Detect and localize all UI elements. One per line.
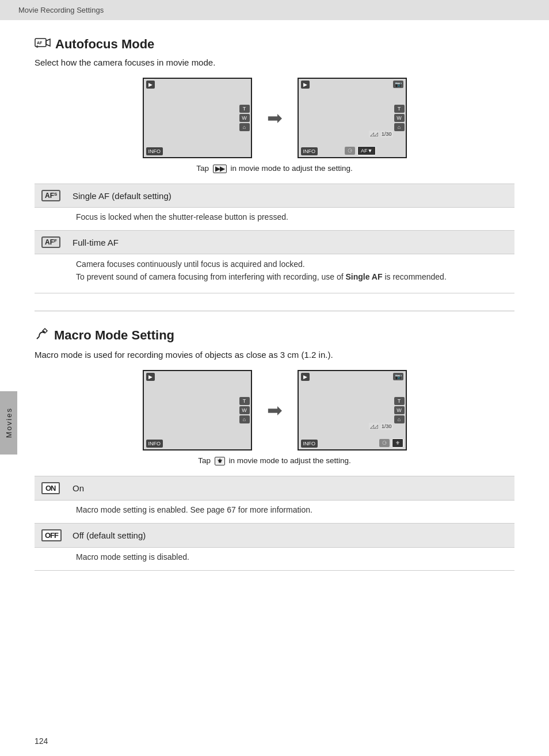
cam-macro-top-icon: 📷 bbox=[393, 373, 403, 380]
autofocus-section: AF S Autofocus Mode Select how the camer… bbox=[35, 36, 514, 293]
macro-subtitle: Macro mode is used for recording movies … bbox=[35, 350, 514, 360]
cam-right-bar-4: T W ⌂ bbox=[394, 397, 405, 423]
autofocus-svg-icon: AF S bbox=[35, 36, 51, 49]
macro-icon bbox=[35, 327, 49, 344]
side-tab: Movies bbox=[0, 391, 17, 455]
svg-text:AF: AF bbox=[37, 41, 43, 45]
cam-t-btn-2: T bbox=[394, 105, 405, 113]
fulltime-af-icon-cell: AFF bbox=[35, 231, 69, 254]
cam-home-btn-2: ⌂ bbox=[394, 123, 405, 131]
macro-on-header-row: ON On bbox=[35, 476, 514, 500]
macro-off-label: Off (default setting) bbox=[69, 523, 514, 547]
macro-screen-after: ▶ 📷 ◿◿ 1/30 T W ⌂ INFO ⚆ ⚜ bbox=[298, 370, 407, 450]
macro-off-header-row: OFF Off (default setting) bbox=[35, 523, 514, 547]
cam-macro-icon-bottom: ⚆ bbox=[379, 439, 390, 447]
cam-center-info: ◿◿ 1/30 bbox=[369, 131, 393, 138]
cam-w-btn-2: W bbox=[394, 114, 405, 122]
autofocus-title: AF S Autofocus Mode bbox=[35, 36, 514, 52]
cam-info-btn-4: INFO bbox=[301, 440, 318, 448]
macro-caption: Tap ⚜ in movie mode to adjust the settin… bbox=[35, 456, 514, 465]
macro-screen-before: ▶ T W ⌂ INFO bbox=[143, 370, 252, 450]
cam-play-icon: ▶ bbox=[146, 81, 155, 89]
single-af-desc-row: Focus is locked when the shutter-release… bbox=[35, 208, 514, 231]
cam-time-2: 1/30 bbox=[380, 423, 393, 430]
macro-title-text: Macro Mode Setting bbox=[54, 328, 174, 343]
single-af-icon-cell: AFS bbox=[35, 184, 69, 208]
autofocus-subtitle: Select how the camera focuses in movie m… bbox=[35, 58, 514, 67]
cam-play-icon-2: ▶ bbox=[301, 81, 310, 89]
cam-t-btn-4: T bbox=[394, 397, 405, 405]
single-af-label: Single AF (default setting) bbox=[69, 184, 514, 208]
cam-mode-selected: AF▼ bbox=[357, 146, 376, 155]
autofocus-title-text: Autofocus Mode bbox=[55, 37, 154, 52]
macro-title: Macro Mode Setting bbox=[35, 327, 514, 344]
macro-off-icon: OFF bbox=[41, 529, 62, 541]
cam-right-bar-1: T W ⌂ bbox=[239, 105, 250, 131]
macro-on-desc-row: Macro mode setting is enabled. See page … bbox=[35, 500, 514, 523]
af-tap-icon: ▶▶ bbox=[213, 165, 227, 173]
cam-info-btn-3: INFO bbox=[146, 440, 163, 448]
fulltime-af-label: Full-time AF bbox=[69, 231, 514, 254]
cam-bottom-icons-2: ⚆ ⚜ bbox=[379, 438, 403, 448]
macro-off-description: Macro mode setting is disabled. bbox=[35, 547, 514, 570]
svg-marker-1 bbox=[46, 39, 50, 46]
cam-time: 1/30 bbox=[380, 131, 393, 138]
section-separator bbox=[35, 311, 514, 311]
cam-play-icon-4: ▶ bbox=[301, 373, 310, 381]
cam-macro-mode-selected: ⚜ bbox=[392, 438, 403, 448]
cam-w-btn-3: W bbox=[239, 406, 250, 414]
cam-aperture: ◿◿ bbox=[369, 131, 379, 138]
cam-right-bar-2: T W ⌂ bbox=[394, 105, 405, 131]
cam-center-info-2: ◿◿ 1/30 bbox=[369, 423, 393, 430]
page-header: Movie Recording Settings bbox=[0, 0, 549, 20]
macro-diagram: ▶ T W ⌂ INFO ➡ ▶ 📷 ◿◿ bbox=[35, 370, 514, 450]
single-af-header-row: AFS Single AF (default setting) bbox=[35, 184, 514, 208]
macro-on-icon: ON bbox=[41, 482, 60, 494]
cam-w-btn: W bbox=[239, 114, 250, 122]
cam-w-btn-4: W bbox=[394, 406, 405, 414]
autofocus-caption: Tap ▶▶ in movie mode to adjust the setti… bbox=[35, 164, 514, 173]
macro-settings-table: ON On Macro mode setting is enabled. See… bbox=[35, 476, 514, 571]
page-header-title: Movie Recording Settings bbox=[18, 6, 104, 14]
macro-tap-icon: ⚜ bbox=[215, 457, 225, 465]
macro-on-label: On bbox=[69, 476, 514, 500]
autofocus-settings-table: AFS Single AF (default setting) Focus is… bbox=[35, 184, 514, 293]
cam-right-bar-3: T W ⌂ bbox=[239, 397, 250, 423]
macro-off-icon-cell: OFF bbox=[35, 523, 69, 547]
cam-t-btn: T bbox=[239, 105, 250, 113]
cam-play-icon-3: ▶ bbox=[146, 373, 155, 381]
single-af-description: Focus is locked when the shutter-release… bbox=[35, 208, 514, 231]
cam-info-btn-2: INFO bbox=[301, 147, 318, 155]
cam-home-btn: ⌂ bbox=[239, 123, 250, 131]
autofocus-screen-after: ▶ 📷 ◿◿ 1/30 T W ⌂ INFO ⚆ AF▼ bbox=[298, 78, 407, 158]
macro-on-icon-cell: ON bbox=[35, 476, 69, 500]
cam-home-btn-4: ⌂ bbox=[394, 415, 405, 423]
cam-t-btn-3: T bbox=[239, 397, 250, 405]
macro-off-desc-row: Macro mode setting is disabled. bbox=[35, 547, 514, 570]
fulltime-af-header-row: AFF Full-time AF bbox=[35, 231, 514, 254]
cam-af-top-icon: 📷 bbox=[393, 81, 403, 88]
fulltime-af-icon: AFF bbox=[41, 236, 60, 248]
cam-bottom-icons: ⚆ AF▼ bbox=[345, 146, 376, 155]
diagram-arrow-1: ➡ bbox=[267, 107, 283, 129]
macro-on-description: Macro mode setting is enabled. See page … bbox=[35, 500, 514, 523]
page-number: 124 bbox=[35, 736, 48, 746]
autofocus-icon: AF S bbox=[35, 36, 51, 52]
autofocus-diagram: ▶ T W ⌂ INFO ➡ ▶ 📷 bbox=[35, 78, 514, 158]
fulltime-af-description: Camera focuses continuously until focus … bbox=[35, 254, 514, 293]
cam-af-icon-bottom: ⚆ bbox=[345, 147, 355, 155]
cam-info-btn: INFO bbox=[146, 147, 163, 155]
cam-home-btn-3: ⌂ bbox=[239, 415, 250, 423]
cam-aperture-2: ◿◿ bbox=[369, 423, 379, 430]
autofocus-screen-before: ▶ T W ⌂ INFO bbox=[143, 78, 252, 158]
macro-section: Macro Mode Setting Macro mode is used fo… bbox=[35, 327, 514, 571]
macro-svg-icon bbox=[35, 327, 49, 341]
fulltime-af-desc-row: Camera focuses continuously until focus … bbox=[35, 254, 514, 293]
diagram-arrow-2: ➡ bbox=[267, 399, 283, 421]
side-tab-label: Movies bbox=[5, 407, 13, 438]
single-af-icon: AFS bbox=[41, 190, 60, 201]
